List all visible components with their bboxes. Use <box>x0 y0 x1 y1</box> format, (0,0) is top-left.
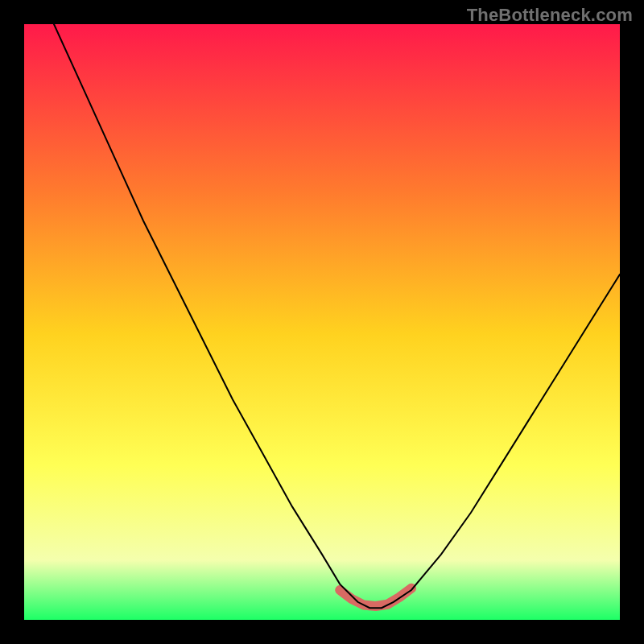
plot-svg <box>24 24 620 620</box>
gradient-background <box>24 24 620 620</box>
watermark-text: TheBottleneck.com <box>467 5 633 26</box>
chart-frame: TheBottleneck.com <box>0 0 644 644</box>
plot-area <box>24 24 620 620</box>
